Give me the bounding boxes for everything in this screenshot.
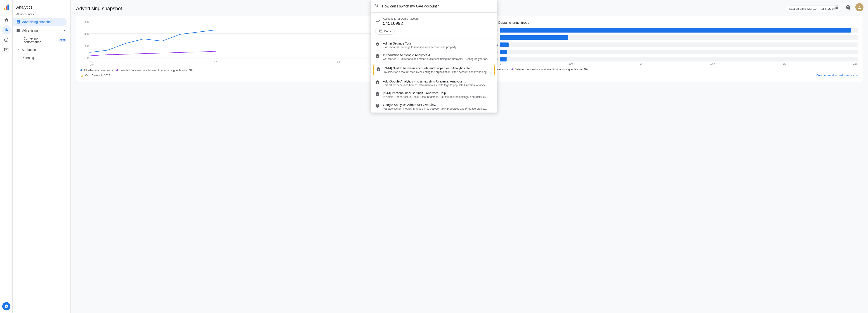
help-circle-icon-1 (375, 54, 380, 59)
settings-icon (375, 42, 380, 48)
trending-up-icon (375, 19, 380, 24)
result-content-user-settings: [GA4] Personal user settings - Analytics… (383, 91, 488, 98)
modal-divider (371, 38, 497, 38)
account-id-block: Account ID for Demo Account 54516992 (383, 17, 418, 26)
result-desc-add-ga4: This article describes how to instrument… (383, 84, 488, 87)
result-content-add-ga4: Add Google Analytics 4 to an existing Un… (383, 80, 488, 87)
result-item-add-ga4[interactable]: Add Google Analytics 4 to an existing Un… (371, 77, 497, 89)
result-item-switch-accounts[interactable]: [GA4] Switch between accounts and proper… (373, 64, 495, 76)
search-icon (374, 3, 379, 9)
copy-label: Copy (384, 30, 391, 33)
result-desc-switch: To select an account, start by selecting… (384, 70, 489, 74)
result-desc-user-settings: In Admin, under Account, click Account d… (383, 95, 488, 98)
result-item-admin-settings[interactable]: Admin Settings Tour Find important setti… (371, 39, 497, 51)
result-title-switch: [GA4] Switch between accounts and proper… (384, 66, 489, 70)
result-title-intro: Introduction to Google Analytics 4 (383, 53, 489, 57)
search-input-row (371, 0, 497, 13)
account-info-section: Account ID for Demo Account 54516992 Cop… (371, 13, 497, 37)
help-circle-icon-2 (376, 67, 381, 72)
account-id-value: 54516992 (383, 21, 418, 26)
result-desc-admin: Find important settings to manage your a… (383, 45, 456, 49)
search-modal: Account ID for Demo Account 54516992 Cop… (371, 0, 497, 113)
result-item-user-settings[interactable]: [GA4] Personal user settings - Analytics… (371, 89, 497, 101)
result-content-admin-settings: Admin Settings Tour Find important setti… (383, 41, 456, 49)
result-content-switch: [GA4] Switch between accounts and proper… (384, 66, 489, 74)
result-desc-admin-api: Manage custom metrics. Manage links betw… (383, 107, 488, 110)
account-id-label: Account ID for Demo Account (383, 17, 418, 20)
result-title-admin-api: Google Analytics Admin API Overview (383, 103, 488, 107)
result-item-intro-ga4[interactable]: Introduction to Google Analytics 4 Get s… (371, 51, 497, 63)
help-circle-icon-4 (375, 92, 380, 97)
result-item-admin-api[interactable]: Google Analytics Admin API Overview Mana… (371, 101, 497, 113)
result-content-intro: Introduction to Google Analytics 4 Get s… (383, 53, 489, 61)
result-title-user-settings: [GA4] Personal user settings - Analytics… (383, 91, 488, 95)
result-title-admin: Admin Settings Tour (383, 41, 456, 45)
result-desc-intro: Get started · Run reports and export aud… (383, 57, 489, 61)
account-info-row: Account ID for Demo Account 54516992 (371, 15, 497, 28)
help-circle-icon-3 (375, 80, 380, 86)
copy-button[interactable]: Copy (375, 28, 395, 35)
search-input[interactable] (382, 4, 494, 8)
result-title-add-ga4: Add Google Analytics 4 to an existing Un… (383, 80, 488, 83)
help-circle-icon-5 (375, 103, 380, 109)
result-content-admin-api: Google Analytics Admin API Overview Mana… (383, 103, 488, 110)
